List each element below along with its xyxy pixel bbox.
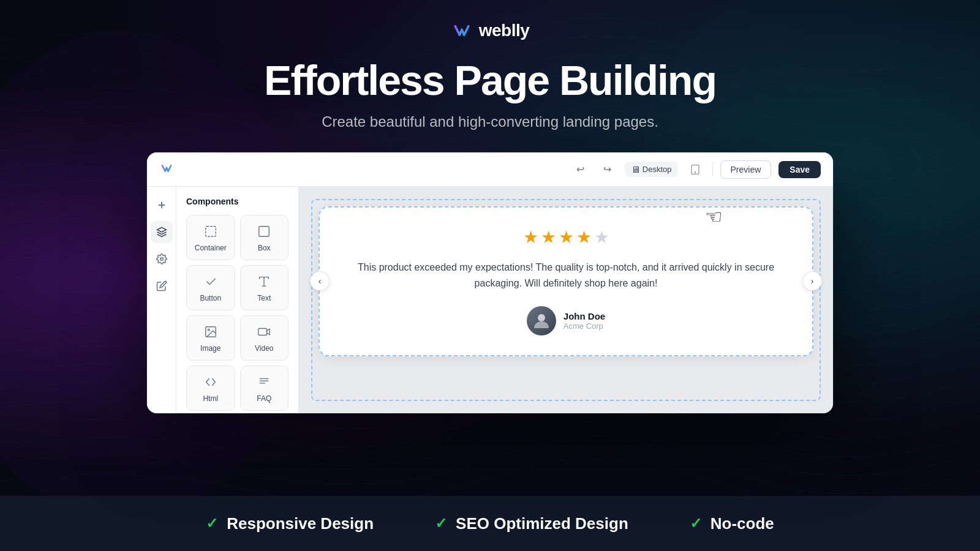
star-2: ★ xyxy=(541,227,556,247)
add-component-button[interactable] xyxy=(151,194,173,216)
svg-point-3 xyxy=(695,172,696,173)
component-item-button[interactable]: Button xyxy=(186,265,235,310)
html-label: Html xyxy=(203,394,218,403)
builder-window: ↩ ↪ 🖥 Desktop Preview Save xyxy=(147,152,833,413)
logo-area: weblly xyxy=(451,20,530,42)
faq-icon xyxy=(255,373,273,391)
testimonial-text: This product exceeded my expectations! T… xyxy=(344,260,788,291)
view-label: Desktop xyxy=(643,165,672,174)
author-info: John Doe Acme Corp xyxy=(564,311,605,331)
svg-rect-11 xyxy=(258,329,267,335)
star-4: ★ xyxy=(576,227,592,247)
toolbar-actions: ↩ ↪ 🖥 Desktop Preview Save xyxy=(571,160,821,179)
canvas-inner: ☜ ★ ★ ★ ★ ★ This product exceeded my exp… xyxy=(311,199,821,401)
star-5: ★ xyxy=(594,227,609,247)
text-icon xyxy=(255,273,273,290)
preview-button[interactable]: Preview xyxy=(720,160,772,179)
settings-button[interactable] xyxy=(151,248,173,270)
weblly-logo-icon xyxy=(451,20,473,42)
window-toolbar: ↩ ↪ 🖥 Desktop Preview Save xyxy=(147,152,833,187)
svg-rect-7 xyxy=(206,227,216,237)
author-avatar xyxy=(527,306,556,335)
svg-point-10 xyxy=(208,329,209,331)
toolbar-logo xyxy=(159,161,174,178)
svg-rect-8 xyxy=(259,227,270,237)
box-label: Box xyxy=(258,244,271,252)
tablet-view-button[interactable] xyxy=(685,160,705,179)
edit-button[interactable] xyxy=(151,275,173,297)
image-icon xyxy=(202,323,219,340)
text-label: Text xyxy=(257,294,271,302)
author-name: John Doe xyxy=(564,311,605,321)
desktop-icon: 🖥 xyxy=(631,164,640,174)
layers-button[interactable] xyxy=(151,221,173,243)
testimonial-next-button[interactable]: › xyxy=(802,271,822,291)
hero-subtitle: Create beautiful and high-converting lan… xyxy=(322,113,658,130)
rating-stars: ★ ★ ★ ★ ★ xyxy=(344,227,788,247)
faq-label: FAQ xyxy=(257,394,271,403)
testimonial-prev-button[interactable]: ‹ xyxy=(310,271,330,291)
author-company: Acme Corp xyxy=(564,321,605,331)
component-item-box[interactable]: Box xyxy=(240,215,289,260)
toolbar-divider xyxy=(712,162,713,177)
container-label: Container xyxy=(195,244,227,252)
page-content: weblly Effortless Page Building Create b… xyxy=(0,0,980,551)
button-label: Button xyxy=(200,294,221,302)
components-panel: Components Container xyxy=(176,187,299,413)
undo-button[interactable]: ↩ xyxy=(571,160,590,179)
star-3: ★ xyxy=(559,227,574,247)
video-icon xyxy=(255,323,273,340)
desktop-view-toggle[interactable]: 🖥 Desktop xyxy=(625,162,678,177)
component-item-faq[interactable]: FAQ xyxy=(240,365,289,411)
component-item-text[interactable]: Text xyxy=(240,265,289,310)
canvas-area: ☜ ★ ★ ★ ★ ★ This product exceeded my exp… xyxy=(299,187,833,413)
svg-point-15 xyxy=(538,314,545,321)
window-body: Components Container xyxy=(147,187,833,413)
testimonial-card: ★ ★ ★ ★ ★ This product exceeded my expec… xyxy=(318,206,813,356)
left-icon-panel xyxy=(147,187,176,413)
image-label: Image xyxy=(200,344,221,353)
hero-title: Effortless Page Building xyxy=(264,59,716,102)
save-button[interactable]: Save xyxy=(778,161,821,178)
redo-button[interactable]: ↪ xyxy=(598,160,617,179)
video-label: Video xyxy=(255,344,273,353)
component-item-container[interactable]: Container xyxy=(186,215,235,260)
component-item-html[interactable]: Html xyxy=(186,365,235,411)
box-icon xyxy=(255,223,273,240)
component-item-image[interactable]: Image xyxy=(186,315,235,361)
component-grid: Container Box xyxy=(186,215,288,411)
components-panel-title: Components xyxy=(186,197,288,206)
button-comp-icon xyxy=(202,273,219,290)
container-icon xyxy=(202,223,219,240)
html-icon xyxy=(202,373,219,391)
logo-text: weblly xyxy=(479,21,530,40)
testimonial-author: John Doe Acme Corp xyxy=(344,306,788,335)
component-item-video[interactable]: Video xyxy=(240,315,289,361)
svg-point-6 xyxy=(160,258,163,261)
star-1: ★ xyxy=(523,227,538,247)
cursor-hand-icon: ☜ xyxy=(705,205,723,228)
